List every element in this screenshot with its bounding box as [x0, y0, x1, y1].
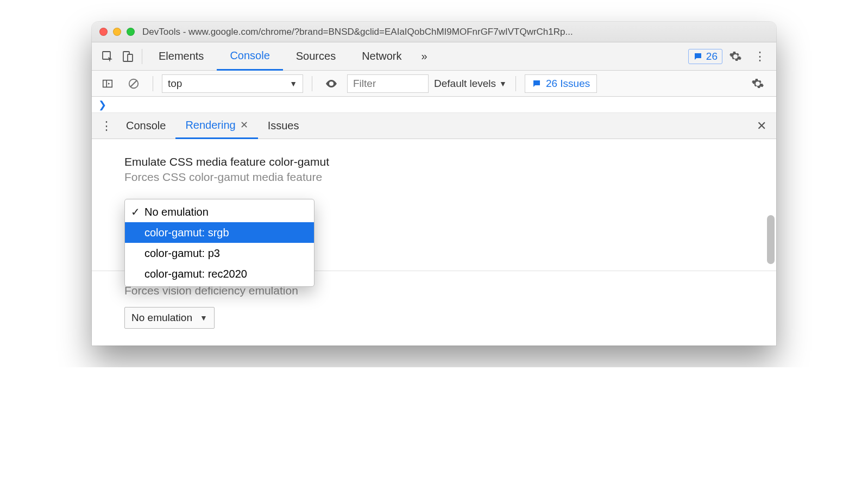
- dropdown-option-label: color-gamut: rec2020: [144, 268, 247, 280]
- dropdown-option-label: color-gamut: srgb: [144, 227, 229, 239]
- toggle-sidebar-icon[interactable]: [97, 73, 118, 94]
- main-tabstrip: Elements Console Sources Network » 26 ⋮: [92, 42, 776, 71]
- dropdown-option-label: No emulation: [144, 206, 209, 218]
- window-title: DevTools - www.google.com/chrome/?brand=…: [142, 27, 573, 37]
- svg-rect-3: [103, 80, 112, 87]
- more-menu-icon[interactable]: ⋮: [749, 49, 771, 64]
- tab-console[interactable]: Console: [217, 42, 282, 71]
- dropdown-option-p3[interactable]: color-gamut: p3: [125, 243, 314, 263]
- drawer-tab-issues[interactable]: Issues: [258, 113, 309, 139]
- separator: [153, 76, 153, 91]
- issues-badge-count: 26: [706, 51, 718, 62]
- dropdown-option-rec2020[interactable]: color-gamut: rec2020: [125, 263, 314, 284]
- console-toolbar: top ▼ Default levels ▼ 26 Issues: [92, 71, 776, 97]
- message-icon: [693, 52, 703, 61]
- inspect-element-icon[interactable]: [97, 46, 118, 67]
- settings-gear-icon[interactable]: [722, 50, 749, 63]
- separator: [312, 76, 312, 91]
- drawer-tab-rendering-label: Rendering: [185, 119, 235, 131]
- rendering-panel: Emulate CSS media feature color-gamut Fo…: [92, 139, 776, 346]
- separator: [515, 76, 516, 91]
- issues-button-label: 26 Issues: [546, 78, 590, 90]
- zoom-window-button[interactable]: [127, 28, 135, 36]
- separator: [142, 49, 142, 64]
- vision-deficiency-select[interactable]: No emulation ▼: [124, 307, 215, 329]
- drawer-tabstrip: ⋮ Console Rendering ✕ Issues ✕: [92, 113, 776, 139]
- tab-elements[interactable]: Elements: [146, 42, 217, 71]
- tab-network[interactable]: Network: [349, 42, 414, 71]
- close-window-button[interactable]: [99, 28, 108, 36]
- devtools-window: DevTools - www.google.com/chrome/?brand=…: [92, 22, 776, 346]
- device-toolbar-icon[interactable]: [118, 46, 139, 67]
- issues-button[interactable]: 26 Issues: [525, 74, 597, 93]
- dropdown-option-label: color-gamut: p3: [144, 247, 220, 260]
- drawer-tab-console[interactable]: Console: [116, 113, 175, 139]
- live-expression-eye-icon[interactable]: [321, 73, 342, 94]
- console-settings-gear-icon[interactable]: [745, 77, 771, 90]
- console-prompt[interactable]: ❯: [92, 97, 776, 113]
- caret-down-icon: ▼: [290, 79, 297, 88]
- log-levels-label: Default levels: [434, 78, 496, 90]
- filter-input[interactable]: [347, 74, 429, 93]
- log-levels-select[interactable]: Default levels ▼: [434, 78, 507, 90]
- issues-badge[interactable]: 26: [688, 49, 722, 64]
- checkmark-icon: ✓: [130, 205, 140, 218]
- color-gamut-dropdown-menu: ✓ No emulation color-gamut: srgb color-g…: [124, 199, 315, 287]
- color-gamut-title: Emulate CSS media feature color-gamut: [124, 155, 744, 168]
- svg-line-5: [131, 80, 137, 86]
- caret-down-icon: ▼: [499, 79, 507, 88]
- minimize-window-button[interactable]: [113, 28, 121, 36]
- tab-sources[interactable]: Sources: [283, 42, 349, 71]
- svg-rect-2: [128, 54, 133, 61]
- message-icon: [532, 79, 542, 89]
- drawer-more-menu-icon[interactable]: ⋮: [96, 119, 116, 133]
- dropdown-option-srgb[interactable]: color-gamut: srgb: [125, 222, 314, 243]
- clear-console-icon[interactable]: [123, 73, 144, 94]
- titlebar: DevTools - www.google.com/chrome/?brand=…: [92, 22, 776, 42]
- dropdown-option-no-emulation[interactable]: ✓ No emulation: [125, 202, 314, 222]
- color-gamut-subtitle: Forces CSS color-gamut media feature: [124, 171, 744, 184]
- close-icon[interactable]: ✕: [240, 119, 248, 131]
- traffic-lights: [99, 28, 135, 36]
- vision-deficiency-select-value: No emulation: [131, 312, 192, 324]
- drawer-tab-rendering[interactable]: Rendering ✕: [175, 113, 257, 139]
- close-drawer-icon[interactable]: ✕: [751, 116, 772, 136]
- tabs-overflow-button[interactable]: »: [415, 42, 434, 71]
- execution-context-label: top: [168, 78, 182, 90]
- execution-context-select[interactable]: top ▼: [162, 74, 303, 93]
- caret-down-icon: ▼: [200, 313, 207, 322]
